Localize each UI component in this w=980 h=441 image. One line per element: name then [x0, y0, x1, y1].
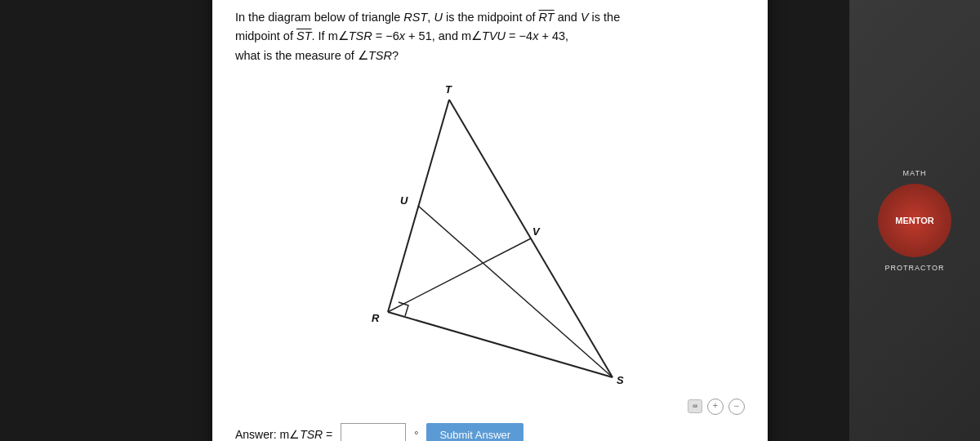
label-V: V — [532, 225, 541, 238]
bottom-controls: ⌨ + − — [235, 399, 745, 415]
svg-line-1 — [388, 312, 612, 377]
deco-circle: MENTOR — [878, 184, 951, 257]
degree-symbol: ° — [414, 429, 418, 441]
submit-button[interactable]: Submit Answer — [426, 423, 523, 441]
svg-line-3 — [418, 206, 612, 377]
geometry-diagram: T R S U V — [343, 75, 637, 385]
deco-circle-text: MENTOR — [895, 216, 933, 225]
label-S: S — [617, 374, 624, 385]
main-card: ▶ Watch help video In the diagram below … — [212, 0, 768, 441]
problem-text: In the diagram below of triangle RST, U … — [235, 8, 745, 65]
answer-input[interactable] — [341, 423, 406, 441]
diagram-container: T R S U V — [235, 75, 745, 385]
answer-row: Answer: m∠TSR = ° Submit Answer — [235, 423, 745, 441]
deco-top-text: MATH — [903, 169, 927, 177]
deco-bottom-text: PROTRACTOR — [885, 264, 945, 272]
label-R: R — [372, 312, 380, 324]
svg-line-4 — [388, 238, 531, 312]
minus-button[interactable]: − — [728, 399, 745, 415]
right-decoration: MATH MENTOR PROTRACTOR — [849, 0, 980, 441]
label-U: U — [400, 194, 408, 207]
answer-label: Answer: m∠TSR = — [235, 428, 332, 441]
plus-button[interactable]: + — [707, 399, 724, 415]
label-T: T — [445, 83, 452, 96]
screen-background: MATH MENTOR PROTRACTOR ▶ Watch help vide… — [0, 0, 980, 441]
keyboard-icon[interactable]: ⌨ — [688, 399, 702, 413]
